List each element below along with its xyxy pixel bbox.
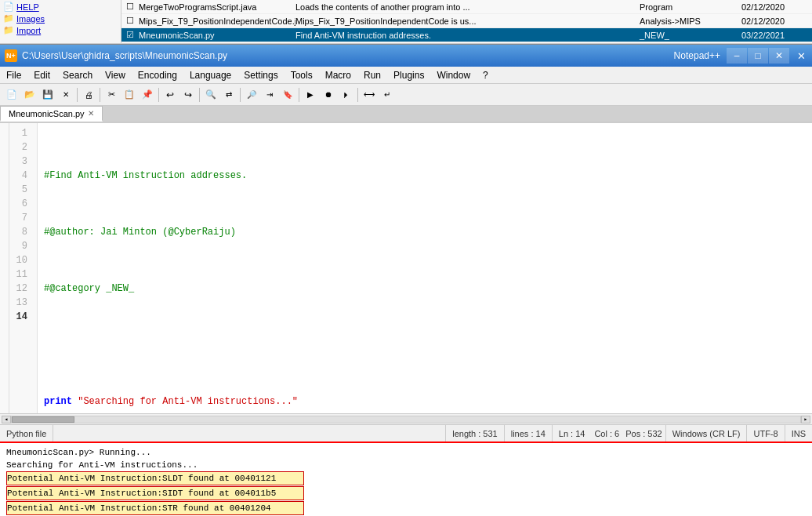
code-line-2: #@author: Jai Minton (@CyberRaiju) — [44, 225, 806, 239]
scroll-right[interactable]: ▸ — [801, 416, 810, 423]
tab-bar: MneumonicScan.py ✕ — [0, 106, 812, 123]
maximize-button[interactable]: □ — [748, 48, 768, 64]
horizontal-scrollbar[interactable]: ◂ ▸ — [0, 413, 812, 424]
toolbar-sep6 — [299, 88, 299, 102]
status-bar: Python file length : 531 lines : 14 Ln :… — [0, 424, 812, 442]
tb-bookmark[interactable]: 🔖 — [279, 86, 296, 104]
table-row[interactable]: ☐ MergeTwoProgramsScript.java Loads the … — [121, 0, 812, 14]
output-line-1: MneumonicScan.py> Running... — [6, 446, 806, 459]
sidebar-item-images[interactable]: 📁 Images — [3, 13, 118, 24]
title-bar: N+ C:\Users\User\ghidra_scripts\Mneumoni… — [0, 45, 812, 67]
menu-language[interactable]: Language — [183, 67, 237, 84]
toolbar-sep7 — [357, 88, 358, 102]
menu-macro[interactable]: Macro — [319, 67, 357, 84]
table-row-selected[interactable]: ☑ MneumonicScan.py Find Anti-VM instruct… — [121, 28, 812, 42]
scroll-left[interactable]: ◂ — [2, 416, 11, 423]
menu-settings[interactable]: Settings — [237, 67, 284, 84]
menu-bar: File Edit Search View Encoding Language … — [0, 67, 812, 84]
tb-macro-play[interactable]: ⏵ — [338, 86, 355, 104]
menu-file[interactable]: File — [0, 67, 27, 84]
output-panel: MneumonicScan.py> Running... Searching f… — [0, 442, 812, 516]
tb-open[interactable]: 📂 — [21, 86, 38, 104]
tab-close-icon[interactable]: ✕ — [88, 109, 94, 118]
tb-copy[interactable]: 📋 — [121, 86, 138, 104]
toolbar-sep2 — [100, 88, 100, 102]
status-ln: Ln : 14 — [552, 425, 592, 442]
tb-run[interactable]: ▶ — [302, 86, 319, 104]
fold-gutter — [0, 123, 9, 413]
tb-new[interactable]: 📄 — [3, 86, 20, 104]
table-row[interactable]: ☐ Mips_Fix_T9_PositionIndependentCode.ja… — [121, 14, 812, 28]
tb-save[interactable]: 💾 — [39, 86, 56, 104]
menu-search[interactable]: Search — [56, 67, 99, 84]
file-table: ☐ MergeTwoProgramsScript.java Loads the … — [121, 0, 812, 44]
outer-close-icon[interactable]: ✕ — [795, 48, 807, 64]
tb-redo[interactable]: ↪ — [179, 86, 197, 104]
line-numbers: 1 2 3 4 5 6 7 8 9 10 11 12 13 14 — [9, 123, 38, 413]
status-ins: INS — [785, 425, 812, 442]
output-line-3: Potential Anti-VM Instruction:SLDT found… — [6, 471, 304, 485]
tb-paste[interactable]: 📌 — [139, 86, 156, 104]
title-controls: – □ ✕ ✕ — [727, 48, 807, 64]
tb-zoom-in[interactable]: 🔎 — [243, 86, 260, 104]
menu-help[interactable]: ? — [477, 67, 495, 84]
sidebar-item-help[interactable]: 📄 HELP — [3, 2, 118, 12]
status-length: length : 531 — [445, 425, 504, 442]
tb-close[interactable]: ✕ — [57, 86, 74, 104]
tb-sync-scroll[interactable]: ⟷ — [361, 86, 378, 104]
status-pos: Pos : 532 — [622, 425, 665, 442]
scrollbar-track[interactable] — [11, 416, 801, 423]
toolbar-sep1 — [77, 88, 78, 102]
output-line-2: Searching for Anti-VM instructions... — [6, 459, 806, 471]
close-button[interactable]: ✕ — [769, 48, 789, 64]
status-col: Col : 6 — [591, 425, 622, 442]
tab-label: MneumonicScan.py — [9, 109, 85, 118]
file-list-area: 📄 HELP 📁 Images 📁 Import ☐ MergeTwoProgr… — [0, 0, 812, 44]
tb-word-wrap[interactable]: ↵ — [379, 86, 396, 104]
tb-macro-rec[interactable]: ⏺ — [320, 86, 337, 104]
tb-cut[interactable]: ✂ — [103, 86, 120, 104]
code-editor[interactable]: #Find Anti-VM instruction addresses. #@a… — [38, 123, 812, 413]
menu-window[interactable]: Window — [430, 67, 477, 84]
status-line-ending: Windows (CR LF) — [665, 425, 747, 442]
menu-encoding[interactable]: Encoding — [132, 67, 183, 84]
tb-indent[interactable]: ⇥ — [261, 86, 278, 104]
code-line-5: print "Searching for Anti-VM instruction… — [44, 394, 806, 409]
tb-replace[interactable]: ⇄ — [220, 86, 237, 104]
status-lines: lines : 14 — [504, 425, 552, 442]
title-app-name: Notepad++ — [674, 50, 720, 61]
menu-view[interactable]: View — [99, 67, 132, 84]
tab-mneumonicscan[interactable]: MneumonicScan.py ✕ — [0, 106, 103, 122]
sidebar-item-import[interactable]: 📁 Import — [3, 25, 118, 35]
menu-run[interactable]: Run — [357, 67, 387, 84]
menu-tools[interactable]: Tools — [285, 67, 319, 84]
output-line-5: Potential Anti-VM Instruction:STR found … — [6, 501, 304, 515]
sidebar-nav: 📄 HELP 📁 Images 📁 Import — [0, 0, 121, 44]
tb-print[interactable]: 🖨 — [80, 86, 97, 104]
toolbar-sep4 — [199, 88, 200, 102]
status-filetype: Python file — [0, 425, 53, 442]
toolbar-sep5 — [240, 88, 241, 102]
tb-undo[interactable]: ↩ — [161, 86, 179, 104]
toolbar: 📄 📂 💾 ✕ 🖨 ✂ 📋 📌 ↩ ↪ 🔍 ⇄ 🔎 ⇥ 🔖 ▶ ⏺ ⏵ — [0, 84, 812, 106]
title-text: C:\Users\User\ghidra_scripts\MneumonicSc… — [22, 50, 671, 61]
minimize-button[interactable]: – — [727, 48, 747, 64]
status-encoding: UTF-8 — [746, 425, 784, 442]
menu-plugins[interactable]: Plugins — [387, 67, 430, 84]
output-line-4: Potential Anti-VM Instruction:SIDT found… — [6, 486, 304, 500]
toolbar-sep3 — [158, 88, 159, 102]
menu-edit[interactable]: Edit — [27, 67, 56, 84]
code-line-1: #Find Anti-VM instruction addresses. — [44, 169, 806, 183]
tb-find[interactable]: 🔍 — [202, 86, 219, 104]
editor-area: 1 2 3 4 5 6 7 8 9 10 11 12 13 14 #Find A… — [0, 123, 812, 413]
code-line-3: #@category _NEW_ — [44, 282, 806, 296]
code-line-4 — [44, 338, 806, 352]
app-icon: N+ — [5, 49, 17, 62]
scrollbar-thumb[interactable] — [12, 416, 74, 423]
notepad-window: N+ C:\Users\User\ghidra_scripts\Mneumoni… — [0, 44, 812, 516]
